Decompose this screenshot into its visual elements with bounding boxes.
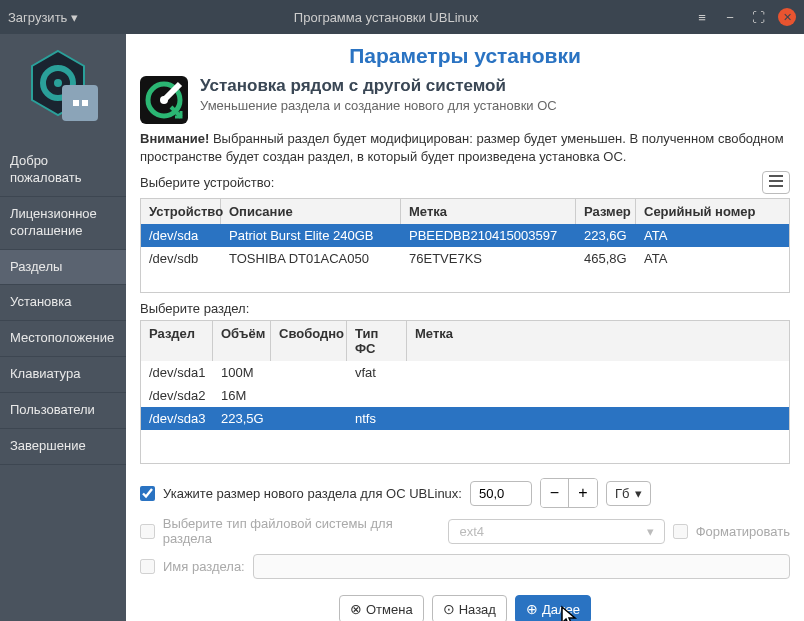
window-controls: ≡ − ⛶ ✕ (694, 8, 796, 26)
cell: 16M (213, 384, 271, 407)
sidebar: Добро пожаловатьЛицензионное соглашениеР… (0, 34, 126, 621)
unit-select[interactable]: Гб ▾ (606, 481, 652, 506)
sidebar-item-5[interactable]: Клавиатура (0, 357, 126, 393)
sidebar-item-1[interactable]: Лицензионное соглашение (0, 197, 126, 250)
sidebar-item-2[interactable]: Разделы (0, 250, 126, 286)
warning-body: Выбранный раздел будет модифицирован: ра… (140, 131, 784, 164)
cell: ATA (636, 247, 789, 270)
svg-rect-7 (769, 185, 783, 187)
cell: ntfs (347, 407, 407, 430)
svg-point-4 (160, 96, 168, 104)
format-label: Форматировать (696, 524, 790, 539)
device-row[interactable]: /dev/sdbTOSHIBA DT01ACA05076ETVE7KS465,8… (141, 247, 789, 270)
cell: ATA (636, 224, 789, 247)
cancel-label: Отмена (366, 602, 413, 617)
cell: /dev/sda2 (141, 384, 213, 407)
dev-header: Размер (576, 199, 636, 224)
size-label: Укажите размер нового раздела для ОС UBL… (163, 486, 462, 501)
size-input[interactable] (470, 481, 532, 506)
cell (407, 407, 789, 430)
sub-logo-icon (62, 85, 98, 121)
name-option-row: Имя раздела: (140, 554, 790, 579)
format-checkbox[interactable] (673, 524, 688, 539)
size-plus-button[interactable]: + (569, 479, 597, 507)
menu-icon[interactable]: ≡ (694, 9, 710, 25)
warning-text: Внимание! Выбранный раздел будет модифиц… (140, 130, 790, 165)
cell (271, 361, 347, 384)
next-icon: ⊕ (526, 601, 538, 617)
part-header: Метка (407, 321, 789, 361)
chevron-down-icon: ▾ (647, 524, 654, 539)
back-button[interactable]: ⊙ Назад (432, 595, 507, 621)
dev-header: Устройство (141, 199, 221, 224)
fs-option-row: Выберите тип файловой системы для раздел… (140, 516, 790, 546)
cell: vfat (347, 361, 407, 384)
cell: TOSHIBA DT01ACA050 (221, 247, 401, 270)
cell: 76ETVE7KS (401, 247, 576, 270)
name-input[interactable] (253, 554, 790, 579)
list-icon (769, 175, 783, 187)
cell: 223,5G (213, 407, 271, 430)
sidebar-item-7[interactable]: Завершение (0, 429, 126, 465)
sidebar-item-3[interactable]: Установка (0, 285, 126, 321)
footer: ⊗ Отмена ⊙ Назад ⊕ Далее (140, 595, 790, 621)
back-icon: ⊙ (443, 601, 455, 617)
size-checkbox[interactable] (140, 486, 155, 501)
cancel-button[interactable]: ⊗ Отмена (339, 595, 424, 621)
partition-row[interactable]: /dev/sda216M (141, 384, 789, 407)
subtitle: Установка рядом с другой системой (200, 76, 557, 96)
titlebar: Загрузить ▾ Программа установки UBLinux … (0, 0, 804, 34)
load-menu[interactable]: Загрузить ▾ (8, 10, 78, 25)
dev-header: Описание (221, 199, 401, 224)
load-label: Загрузить (8, 10, 67, 25)
cancel-icon: ⊗ (350, 601, 362, 617)
cell: /dev/sda1 (141, 361, 213, 384)
device-table: УстройствоОписаниеМеткаРазмерСерийный но… (140, 198, 790, 293)
sidebar-item-4[interactable]: Местоположение (0, 321, 126, 357)
fs-select[interactable]: ext4 ▾ (448, 519, 664, 544)
toggle-view-button[interactable] (762, 171, 790, 194)
subheader: Установка рядом с другой системой Уменьш… (140, 76, 790, 124)
chevron-down-icon: ▾ (71, 10, 78, 25)
svg-rect-5 (769, 175, 783, 177)
sidebar-item-0[interactable]: Добро пожаловать (0, 144, 126, 197)
cell (271, 407, 347, 430)
chevron-down-icon: ▾ (635, 486, 642, 501)
size-option-row: Укажите размер нового раздела для ОС UBL… (140, 478, 790, 508)
part-header: Объём (213, 321, 271, 361)
back-label: Назад (459, 602, 496, 617)
next-label: Далее (542, 602, 580, 617)
cell (347, 384, 407, 407)
minimize-button[interactable]: − (722, 9, 738, 25)
dev-header: Серийный номер (636, 199, 789, 224)
page-title: Параметры установки (140, 44, 790, 68)
content: Параметры установки Установка рядом с др… (126, 34, 804, 621)
cell: 465,8G (576, 247, 636, 270)
device-row[interactable]: /dev/sdaPatriot Burst Elite 240GBPBEEDBB… (141, 224, 789, 247)
cell (407, 361, 789, 384)
svg-point-2 (54, 79, 62, 87)
partition-row[interactable]: /dev/sda1100Mvfat (141, 361, 789, 384)
window-title: Программа установки UBLinux (78, 10, 694, 25)
maximize-button[interactable]: ⛶ (750, 9, 766, 25)
warning-label: Внимание! (140, 131, 209, 146)
name-checkbox[interactable] (140, 559, 155, 574)
size-minus-button[interactable]: − (541, 479, 569, 507)
next-button[interactable]: ⊕ Далее (515, 595, 591, 621)
cell: /dev/sdb (141, 247, 221, 270)
logo (0, 34, 126, 144)
cell (271, 384, 347, 407)
close-button[interactable]: ✕ (778, 8, 796, 26)
sidebar-item-6[interactable]: Пользователи (0, 393, 126, 429)
partition-row[interactable]: /dev/sda3223,5Gntfs (141, 407, 789, 430)
unit-label: Гб (615, 486, 630, 501)
subdesc: Уменьшение раздела и создание нового для… (200, 98, 557, 113)
svg-rect-6 (769, 180, 783, 182)
size-stepper: − + (540, 478, 598, 508)
cell (407, 384, 789, 407)
fs-label: Выберите тип файловой системы для раздел… (163, 516, 441, 546)
name-label: Имя раздела: (163, 559, 245, 574)
part-header: Тип ФС (347, 321, 407, 361)
fs-checkbox[interactable] (140, 524, 155, 539)
partition-table: РазделОбъёмСвободноТип ФСМетка /dev/sda1… (140, 320, 790, 464)
